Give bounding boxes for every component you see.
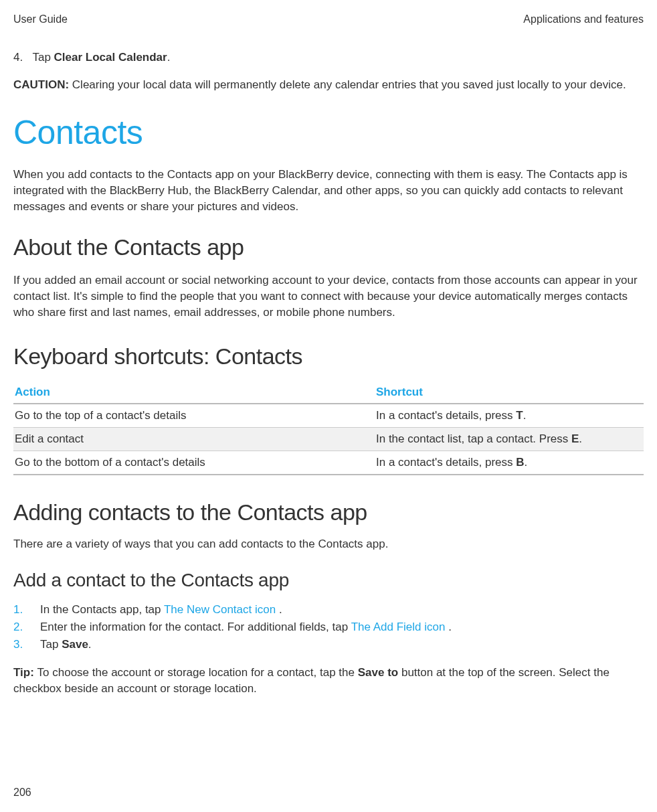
caution-text: Clearing your local data will permanentl… xyxy=(72,78,626,91)
step-4: 4. Tap Clear Local Calendar. xyxy=(13,51,644,64)
list-item: 1. In the Contacts app, tap The New Cont… xyxy=(13,603,644,617)
table-row: Go to the bottom of a contact's details … xyxy=(13,451,644,475)
list-item: 3. Tap Save. xyxy=(13,638,644,651)
section-title: Contacts xyxy=(13,113,644,152)
caution-label: CAUTION: xyxy=(13,78,72,91)
th-action: Action xyxy=(13,382,375,403)
shortcuts-heading: Keyboard shortcuts: Contacts xyxy=(13,343,644,370)
shortcuts-table: Action Shortcut Go to the top of a conta… xyxy=(13,382,644,475)
cell-action: Go to the top of a contact's details xyxy=(15,409,376,422)
list-item: 2. Enter the information for the contact… xyxy=(13,621,644,634)
adding-subtitle: There are a variety of ways that you can… xyxy=(13,538,644,551)
step-num: 1. xyxy=(13,603,40,617)
step-num: 3. xyxy=(13,638,40,651)
cell-action: Go to the bottom of a contact's details xyxy=(15,456,376,469)
header-right: Applications and features xyxy=(523,13,644,25)
new-contact-icon: The New Contact icon xyxy=(164,603,279,616)
steps-list: 1. In the Contacts app, tap The New Cont… xyxy=(13,603,644,651)
cell-shortcut: In a contact's details, press B. xyxy=(376,456,642,469)
tip-label: Tip: xyxy=(13,666,37,679)
cell-shortcut: In the contact list, tap a contact. Pres… xyxy=(376,432,642,446)
cell-action: Edit a contact xyxy=(15,432,376,446)
intro-text: When you add contacts to the Contacts ap… xyxy=(13,167,644,214)
step-num: 4. xyxy=(13,51,29,64)
step-prefix: Tap xyxy=(32,51,54,64)
table-row: Go to the top of a contact's details In … xyxy=(13,404,644,428)
tip-note: Tip: To choose the account or storage lo… xyxy=(13,665,644,697)
add-subheading: Add a contact to the Contacts app xyxy=(13,570,644,591)
table-row: Edit a contact In the contact list, tap … xyxy=(13,428,644,451)
caution-note: CAUTION: Clearing your local data will p… xyxy=(13,78,644,93)
about-heading: About the Contacts app xyxy=(13,234,644,260)
header-left: User Guide xyxy=(13,13,68,25)
step-suffix: . xyxy=(167,51,171,64)
cell-shortcut: In a contact's details, press T. xyxy=(376,409,642,422)
th-shortcut: Shortcut xyxy=(375,382,644,403)
page-number: 206 xyxy=(13,787,31,799)
step-bold: Clear Local Calendar xyxy=(54,51,167,64)
about-text: If you added an email account or social … xyxy=(13,272,644,320)
step-num: 2. xyxy=(13,621,40,634)
add-field-icon: The Add Field icon xyxy=(351,621,449,633)
adding-heading: Adding contacts to the Contacts app xyxy=(13,499,644,525)
table-head: Action Shortcut xyxy=(13,382,644,404)
page-header: User Guide Applications and features xyxy=(13,13,644,25)
